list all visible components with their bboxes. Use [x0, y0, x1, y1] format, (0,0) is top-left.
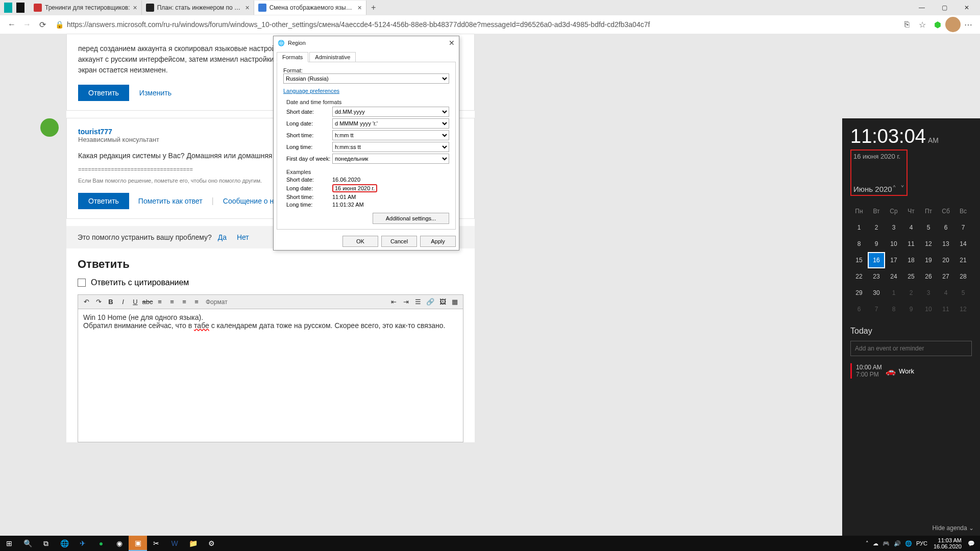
calendar-day[interactable]: 18	[902, 252, 920, 268]
calendar-day[interactable]: 10	[920, 301, 937, 317]
format-select[interactable]: Формат	[203, 296, 231, 308]
extension-icon[interactable]: ⬢	[930, 17, 945, 32]
profile-avatar[interactable]	[945, 17, 961, 32]
calendar-day[interactable]: 2	[868, 219, 885, 236]
calendar-day[interactable]: 6	[850, 301, 868, 317]
calendar-day[interactable]: 10	[885, 236, 902, 252]
long-date-select[interactable]: d MMMM yyyy 'г.'	[332, 118, 449, 129]
calendar-day[interactable]: 16	[868, 252, 885, 268]
align-center-button[interactable]: ≡	[166, 296, 178, 308]
italic-button[interactable]: I	[117, 296, 129, 308]
favorite-icon[interactable]: ☆	[915, 17, 930, 32]
next-month-button[interactable]: ˅	[900, 184, 904, 194]
calendar-day[interactable]: 4	[902, 219, 920, 236]
avatar[interactable]	[40, 118, 59, 137]
calendar-day[interactable]: 26	[920, 268, 937, 285]
tab-icon-1[interactable]	[3, 3, 13, 13]
yes-button[interactable]: Да	[218, 233, 227, 241]
tab-icon-2[interactable]	[15, 3, 26, 13]
reply-button[interactable]: Ответить	[78, 85, 129, 101]
close-icon[interactable]: ×	[358, 4, 362, 12]
short-date-select[interactable]: dd.MM.yyyy	[332, 107, 449, 117]
apply-button[interactable]: Apply	[420, 236, 456, 247]
tray-clock[interactable]: 11:03 AM16.06.2020	[934, 537, 962, 549]
calendar-day[interactable]: 2	[902, 285, 920, 301]
cancel-button[interactable]: Cancel	[381, 236, 417, 247]
tab-2[interactable]: План: стать инженером по тес×	[142, 1, 254, 15]
calendar-day[interactable]: 9	[868, 236, 885, 252]
search-button[interactable]: 🔍	[18, 536, 37, 551]
tab-administrative[interactable]: Administrative	[309, 52, 356, 62]
close-button[interactable]: ✕	[449, 39, 455, 47]
maximize-button[interactable]: ▢	[933, 1, 955, 14]
url-input[interactable]: 🔒https://answers.microsoft.com/ru-ru/win…	[50, 17, 899, 32]
language-preferences-link[interactable]: Language preferences	[283, 88, 339, 94]
back-button[interactable]: ←	[4, 17, 19, 32]
calendar-event[interactable]: 10:00 AM7:00 PM 🚗 Work	[850, 363, 972, 379]
calendar-day[interactable]: 27	[937, 268, 954, 285]
tab-3[interactable]: Смена отображаемого языка н×	[254, 1, 366, 15]
app-settings[interactable]: ⚙	[202, 536, 220, 551]
minimize-button[interactable]: —	[911, 1, 933, 14]
edit-link[interactable]: Изменить	[139, 89, 172, 97]
close-icon[interactable]: ×	[246, 4, 250, 12]
calendar-day[interactable]: 9	[902, 301, 920, 317]
format-select[interactable]: Russian (Russia)	[283, 73, 449, 84]
app-word[interactable]: W	[165, 536, 184, 551]
calendar-day[interactable]: 21	[954, 252, 972, 268]
calendar-day[interactable]: 14	[954, 236, 972, 252]
calendar-day[interactable]: 3	[885, 219, 902, 236]
calendar-day[interactable]: 20	[937, 252, 954, 268]
calendar-day[interactable]: 7	[954, 219, 972, 236]
calendar-day[interactable]: 1	[885, 285, 902, 301]
editor-textarea[interactable]: Win 10 Home (не для одного языка). Обрат…	[78, 309, 463, 442]
start-button[interactable]: ⊞	[0, 536, 18, 551]
refresh-button[interactable]: ⟳	[35, 17, 50, 32]
hide-agenda-button[interactable]: Hide agenda ⌄	[933, 524, 974, 532]
strike-button[interactable]: abc	[141, 296, 154, 308]
tray-expand-icon[interactable]: ˄	[866, 540, 869, 547]
calendar-day[interactable]: 24	[885, 268, 902, 285]
app-chrome[interactable]: ◉	[110, 536, 129, 551]
close-button[interactable]: ✕	[955, 1, 978, 14]
calendar-day[interactable]: 12	[954, 301, 972, 317]
tray-network-icon[interactable]: 🌐	[905, 540, 912, 547]
calendar-day[interactable]: 4	[937, 285, 954, 301]
calendar-day[interactable]: 6	[937, 219, 954, 236]
align-right-button[interactable]: ≡	[178, 296, 190, 308]
calendar-day[interactable]: 22	[850, 268, 868, 285]
app-explorer[interactable]: 📁	[184, 536, 202, 551]
calendar-day[interactable]: 11	[937, 301, 954, 317]
add-event-input[interactable]	[850, 341, 972, 356]
app-edge[interactable]: 🌐	[55, 536, 74, 551]
tray-cloud-icon[interactable]: ☁	[873, 540, 878, 547]
tab-formats[interactable]: Formats	[277, 52, 308, 62]
menu-button[interactable]: ⋯	[961, 17, 976, 32]
quote-checkbox[interactable]	[78, 279, 86, 287]
prev-month-button[interactable]: ˄	[892, 184, 896, 194]
flyout-month[interactable]: Июнь 2020	[853, 185, 892, 193]
calendar-day[interactable]: 7	[868, 301, 885, 317]
ok-button[interactable]: OK	[342, 236, 378, 247]
redo-button[interactable]: ↷	[92, 296, 105, 308]
forward-button[interactable]: →	[19, 17, 35, 32]
tray-volume-icon[interactable]: 🔊	[894, 540, 901, 547]
dialog-titlebar[interactable]: 🌐 Region ✕	[274, 36, 459, 49]
calendar-day[interactable]: 17	[885, 252, 902, 268]
calendar-day[interactable]: 19	[920, 252, 937, 268]
link-button[interactable]: 🔗	[424, 296, 436, 308]
no-button[interactable]: Нет	[237, 233, 249, 241]
translate-icon[interactable]: ⎘	[899, 17, 915, 32]
image-button[interactable]: 🖼	[436, 296, 449, 308]
align-justify-button[interactable]: ≡	[190, 296, 203, 308]
calendar-day[interactable]: 25	[902, 268, 920, 285]
table-button[interactable]: ▦	[449, 296, 461, 308]
calendar-day[interactable]: 3	[920, 285, 937, 301]
calendar-day[interactable]: 5	[920, 219, 937, 236]
calendar-day[interactable]: 12	[920, 236, 937, 252]
align-left-button[interactable]: ≡	[154, 296, 166, 308]
app-telegram[interactable]: ✈	[74, 536, 92, 551]
outdent-button[interactable]: ⇤	[387, 296, 400, 308]
additional-settings-button[interactable]: Additional settings...	[373, 213, 449, 224]
calendar-day[interactable]: 30	[868, 285, 885, 301]
